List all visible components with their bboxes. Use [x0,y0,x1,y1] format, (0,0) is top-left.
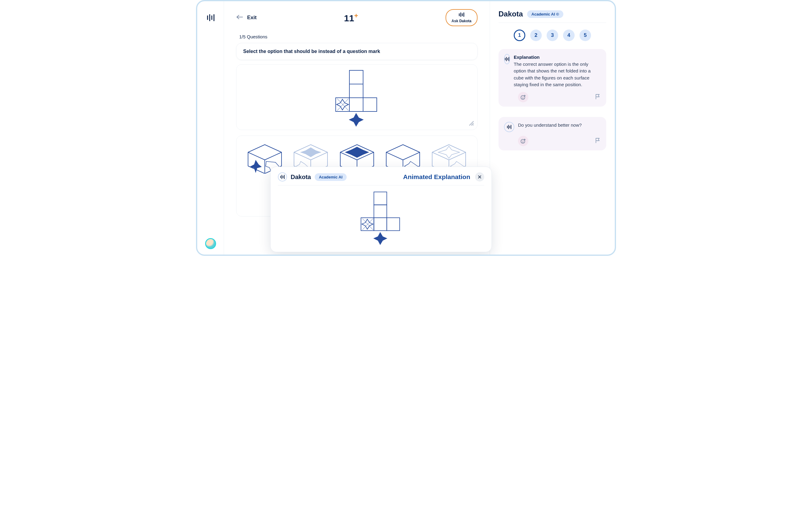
flag-icon [595,93,601,100]
ask-dakota-button[interactable]: Ask Dakota [445,9,477,26]
flag-button[interactable] [595,137,601,145]
animated-explanation-popup: Dakota Academic AI Animated Explanation [270,167,492,252]
svg-point-36 [523,97,524,97]
arrow-left-icon [236,15,243,21]
question-nav-4[interactable]: 4 [563,30,575,41]
svg-point-43 [523,140,524,141]
exit-button[interactable]: Exit [236,15,257,21]
dakota-avatar-icon [278,172,287,182]
svg-point-34 [521,95,525,99]
popup-academic-ai-pill: Academic AI [315,173,347,181]
question-nav-1[interactable]: 1 [514,30,525,41]
explanation-body: The correct answer option is the only op… [514,61,601,88]
avatar[interactable] [205,238,216,249]
sidebar-academic-ai-pill: Academic AI © [527,10,563,18]
dakota-avatar-icon [504,54,510,64]
svg-marker-20 [432,145,466,160]
popup-dakota-name: Dakota [291,173,311,181]
question-nav: 1 2 3 4 5 [498,23,606,49]
resize-handle-icon[interactable] [468,120,474,127]
svg-rect-8 [349,70,363,84]
svg-marker-16 [248,145,282,160]
svg-rect-11 [349,98,363,111]
svg-point-42 [522,140,523,141]
svg-point-35 [522,97,523,97]
add-reaction-button[interactable] [518,92,528,102]
explanation-heading: Explanation [514,54,601,61]
smile-plus-icon [520,95,526,100]
svg-rect-28 [374,218,386,231]
svg-rect-29 [387,218,400,231]
svg-marker-19 [386,145,420,160]
close-popup-button[interactable] [475,172,484,182]
flag-icon [595,137,601,143]
dakota-avatar-icon [504,122,514,132]
popup-title: Animated Explanation [403,173,470,181]
followup-body: Do you understand better now? [518,122,582,129]
svg-rect-25 [374,192,386,205]
svg-point-41 [521,139,525,143]
question-nav-3[interactable]: 3 [547,30,558,41]
progress-text: 1/5 Questions [236,32,477,43]
explanation-message: Explanation The correct answer option is… [498,49,606,107]
svg-line-15 [473,125,473,126]
bars-icon [458,12,464,18]
smile-plus-icon [520,138,526,144]
svg-line-13 [469,121,473,126]
exit-label: Exit [247,15,257,21]
svg-rect-9 [349,84,363,98]
question-prompt: Select the option that should be instead… [236,43,477,60]
flag-button[interactable] [595,93,601,101]
question-nav-2[interactable]: 2 [530,30,542,41]
question-nav-5[interactable]: 5 [579,30,591,41]
svg-rect-12 [363,98,377,111]
brand-icon [206,14,215,22]
ask-dakota-label: Ask Dakota [452,19,471,23]
add-reaction-button[interactable] [518,136,528,146]
logo-11plus: 11+ [344,12,358,23]
figure-card [236,64,477,130]
followup-message: Do you understand better now? [498,117,606,151]
svg-rect-26 [374,205,386,218]
sidebar-title: Dakota [498,10,523,18]
cube-net-figure [331,69,383,127]
cube-net-figure-popup [357,190,405,245]
close-icon [478,175,482,179]
